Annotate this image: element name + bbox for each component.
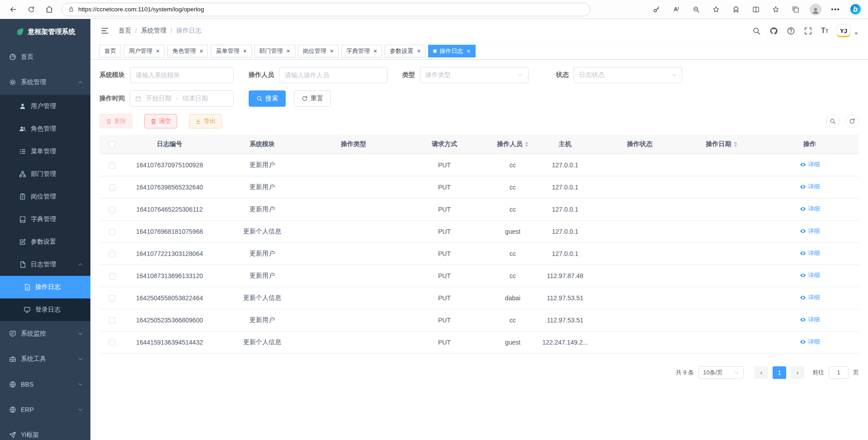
row-checkbox[interactable] [109,162,115,169]
tab-home[interactable]: 首页 [99,45,121,57]
sidebar-item-sys-monitor[interactable]: 系统监控 [0,321,90,346]
help-icon[interactable] [787,27,795,35]
github-icon[interactable] [769,27,778,35]
sidebar-item-role-mgmt[interactable]: 角色管理 [0,118,90,140]
row-checkbox[interactable] [109,273,115,279]
column-header[interactable]: 操作日期 [683,135,760,154]
sidebar-item-menu-mgmt[interactable]: 菜单管理 [0,140,90,163]
breadcrumb-item[interactable]: 首页 [118,27,131,35]
row-checkbox[interactable] [109,207,115,213]
detail-link[interactable]: 详细 [800,338,820,346]
select-all-checkbox[interactable] [109,142,115,148]
row-checkbox[interactable] [109,295,115,302]
delete-button[interactable]: 删除 [99,114,132,128]
tab-dict-mgmt[interactable]: 字典管理× [341,45,382,57]
tab-role-mgmt[interactable]: 角色管理× [167,45,208,57]
row-checkbox[interactable] [109,251,115,257]
tab-close-icon[interactable]: × [330,48,334,54]
detail-link[interactable]: 详细 [800,161,820,169]
page-number-1[interactable]: 1 [773,366,786,379]
detail-link[interactable]: 详细 [800,316,820,324]
collapse-sidebar-icon[interactable] [100,26,109,35]
browser-back-button[interactable] [5,2,22,17]
sidebar-item-system-mgmt[interactable]: 系统管理 [0,70,90,95]
bing-sidebar-button[interactable]: b [847,2,863,17]
refresh-table-button[interactable] [845,114,859,128]
tab-oper-log[interactable]: 操作日志× [428,45,475,57]
page-size-select[interactable]: 10条/页 [698,366,744,379]
tab-close-icon[interactable]: × [467,48,470,54]
fullscreen-icon[interactable] [804,27,812,35]
tab-menu-mgmt[interactable]: 菜单管理× [211,45,251,57]
goto-page-input[interactable] [829,366,849,379]
tab-user-mgmt[interactable]: 用户管理× [124,45,165,57]
split-screen-button[interactable] [748,2,764,17]
zoom-out-button[interactable] [688,2,704,17]
browser-home-button[interactable] [41,2,58,17]
prev-page-button[interactable]: ‹ [755,366,768,379]
sort-icon[interactable] [734,142,737,147]
operator-input[interactable] [279,67,387,83]
row-checkbox[interactable] [109,317,115,324]
sidebar-item-dept-mgmt[interactable]: 部门管理 [0,163,90,185]
breadcrumb-item[interactable]: 系统管理 [141,27,166,35]
detail-link[interactable]: 详细 [800,227,820,235]
tab-close-icon[interactable]: × [417,48,420,54]
avatar-dropdown-caret-icon[interactable] [854,33,858,35]
tab-close-icon[interactable]: × [373,48,377,54]
sidebar-item-erp[interactable]: ERP [0,397,90,422]
detail-link[interactable]: 详细 [800,271,820,279]
date-range-picker[interactable]: 开始日期 - 结束日期 [130,90,234,107]
tab-post-mgmt[interactable]: 岗位管理× [298,45,339,57]
tab-dept-mgmt[interactable]: 部门管理× [255,45,295,57]
browser-menu-button[interactable]: ••• [827,2,844,17]
detail-link[interactable]: 详细 [800,205,820,213]
row-checkbox[interactable] [109,340,115,346]
sidebar-item-user-mgmt[interactable]: 用户管理 [0,95,90,118]
detail-link[interactable]: 详细 [800,249,820,257]
next-page-button[interactable]: › [791,366,804,379]
sidebar-item-bbs[interactable]: BBS [0,372,90,397]
sidebar-item-yi-framework[interactable]: Yi框架 [0,422,90,440]
row-checkbox[interactable] [109,185,115,191]
row-checkbox[interactable] [109,229,115,235]
sidebar-item-home[interactable]: 首页 [0,44,90,70]
address-bar[interactable]: https://ccnetcore.com:1101/system/log/op… [61,3,590,16]
tab-close-icon[interactable]: × [243,48,246,54]
favorites-button[interactable] [768,2,784,17]
add-favorite-button[interactable] [708,2,724,17]
collections-button[interactable] [788,2,804,17]
sidebar-item-log-mgmt[interactable]: 日志管理 [0,253,90,276]
search-button[interactable]: 搜索 [249,90,286,107]
tab-close-icon[interactable]: × [156,48,160,54]
type-select[interactable]: 操作类型 [420,67,528,83]
status-select[interactable]: 日志状态 [574,67,682,83]
toggle-search-button[interactable] [826,114,840,128]
clear-button[interactable]: 清空 [144,114,177,128]
detail-link[interactable]: 详细 [800,183,820,191]
tab-close-icon[interactable]: × [287,48,290,54]
sidebar-item-oper-log[interactable]: 操作日志 [0,276,90,298]
passwords-button[interactable] [648,2,665,17]
browser-profile-button[interactable] [807,2,824,17]
sidebar-item-param-settings[interactable]: 参数设置 [0,231,90,253]
column-header[interactable]: 操作人员 [492,135,533,154]
sidebar-item-dict-mgmt[interactable]: 字典管理 [0,208,90,231]
header-search-icon[interactable] [752,27,761,35]
export-button[interactable]: 导出 [189,114,222,128]
sidebar-item-sys-tools[interactable]: 系统工具 [0,346,90,372]
tab-param-settings[interactable]: 参数设置× [385,45,425,57]
browser-refresh-button[interactable] [23,2,40,17]
font-size-icon[interactable]: TT [821,27,828,34]
sidebar-item-post-mgmt[interactable]: 岗位管理 [0,185,90,208]
tab-close-icon[interactable]: × [199,48,203,54]
sort-icon[interactable] [525,142,528,147]
reset-button[interactable]: 重置 [294,90,331,107]
user-avatar[interactable]: YJ [837,24,850,38]
module-input[interactable] [130,67,234,83]
sidebar-item-login-log[interactable]: 登录日志 [0,298,90,321]
extensions-button[interactable] [728,2,744,17]
read-aloud-button[interactable]: A) [668,2,684,17]
detail-link[interactable]: 详细 [800,293,820,302]
app-logo[interactable]: 意框架管理系统 [0,19,90,44]
